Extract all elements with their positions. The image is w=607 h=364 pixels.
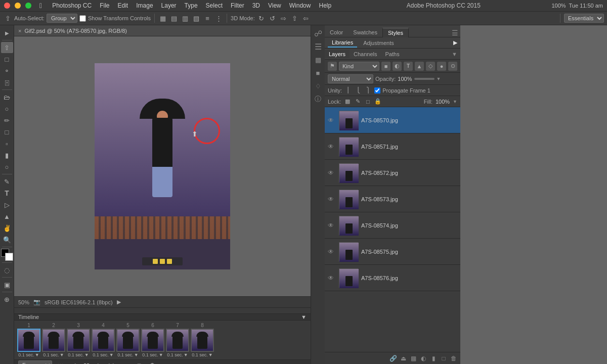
frame-3[interactable]: 3 0.1 sec. ▼ — [67, 323, 90, 357]
align-bottom-icon[interactable]: ▤ — [169, 14, 179, 23]
add-mask-button[interactable]: ▩ — [409, 354, 418, 363]
pen-tool[interactable]: ✎ — [1, 176, 13, 187]
menu-help[interactable]: Help — [315, 1, 335, 10]
menu-layer[interactable]: Layer — [157, 1, 181, 10]
align-right-icon[interactable]: ▧ — [192, 14, 201, 23]
blend-mode-select[interactable]: Normal Multiply Screen — [328, 74, 373, 83]
opacity-slider[interactable] — [414, 78, 435, 80]
tab-close-button[interactable]: × — [18, 28, 21, 34]
filter-kind-select[interactable]: Kind — [339, 62, 379, 71]
menu-filter[interactable]: Filter — [227, 1, 248, 10]
3d-slide-icon[interactable]: ⇧ — [290, 14, 299, 23]
tween-button[interactable]: ⋯ — [121, 360, 131, 364]
frame-delay-3[interactable]: 0.1 sec. ▼ — [68, 352, 89, 357]
layer-eye-2[interactable]: 👁 — [328, 143, 335, 150]
filter-type-icon[interactable]: ⚑ — [328, 62, 337, 71]
frame-2[interactable]: 2 0.1 sec. ▼ — [42, 323, 65, 357]
dodge-tool[interactable]: ○ — [1, 161, 13, 172]
3d-icon[interactable]: ♢ — [312, 80, 324, 92]
shape-filter-icon[interactable]: ▲ — [415, 62, 424, 71]
menu-type[interactable]: Type — [181, 1, 202, 10]
3d-pan-icon[interactable]: ⇨ — [279, 14, 288, 23]
menu-3d[interactable]: 3D — [248, 1, 264, 10]
shape-tool[interactable]: ▲ — [1, 211, 13, 222]
frame-6[interactable]: 6 0.1 sec. ▼ — [141, 323, 164, 357]
frame-delay-2[interactable]: 0.1 sec. ▼ — [43, 352, 64, 357]
timeline-collapse[interactable]: ▼ — [301, 314, 307, 320]
menu-file[interactable]: File — [96, 1, 113, 10]
add-group-button[interactable]: ▮ — [429, 354, 438, 363]
smart-object-filter-icon[interactable]: ⊙ — [448, 62, 457, 71]
3d-rotate-tool[interactable]: ⊕ — [1, 294, 13, 305]
minimize-button[interactable] — [15, 3, 21, 9]
eyedropper-tool[interactable]: 🗁 — [1, 92, 13, 103]
layer-item-2[interactable]: 👁 A7S-08571.jpg — [325, 133, 460, 160]
prev-frame-button[interactable]: ◀ — [68, 360, 78, 364]
layer-item-3[interactable]: 👁 A7S-08572.jpg — [325, 160, 460, 186]
layer-eye-4[interactable]: 👁 — [328, 196, 335, 203]
frame-4[interactable]: 4 0.1 sec. ▼ — [92, 323, 115, 357]
layers-tab[interactable]: Layers — [325, 50, 350, 58]
frame-delay-6[interactable]: 0.1 sec. ▼ — [142, 352, 163, 357]
add-adjustment-button[interactable]: ◐ — [419, 354, 428, 363]
close-button[interactable] — [4, 3, 10, 9]
info-icon[interactable]: ⓘ — [312, 93, 324, 105]
panel-menu-icon[interactable]: ☰ — [452, 29, 460, 37]
lock-all-icon[interactable]: 🔒 — [374, 98, 381, 105]
zoom-tool[interactable]: 🔍 — [1, 234, 13, 245]
frame-delay-8[interactable]: 0.1 sec. ▼ — [192, 352, 212, 357]
menu-image[interactable]: Image — [132, 1, 157, 10]
frame-delay-7[interactable]: 0.1 sec. ▼ — [167, 352, 188, 357]
swatches-icon[interactable]: ■ — [312, 67, 324, 79]
layer-item-6[interactable]: 👁 A7S-08575.jpg — [325, 239, 460, 265]
move-tool[interactable]: ⇧ — [1, 42, 13, 53]
background-color[interactable] — [5, 253, 13, 261]
auto-select-dropdown[interactable]: Group Layer — [47, 14, 77, 23]
layer-eye-5[interactable]: 👁 — [328, 222, 335, 229]
menu-edit[interactable]: Edit — [114, 1, 133, 10]
selection-tool[interactable]: □ — [1, 54, 13, 65]
3d-roll-icon[interactable]: ↺ — [268, 14, 277, 23]
delete-frame-button[interactable]: 🗑 — [147, 360, 157, 364]
clone-tool[interactable]: □ — [1, 126, 13, 138]
menu-view[interactable]: View — [264, 1, 285, 10]
3d-rotate-icon[interactable]: ↻ — [257, 14, 266, 23]
histogram-icon[interactable]: ▩ — [312, 54, 324, 66]
collapse-icon[interactable]: ▶ — [1, 27, 13, 38]
layers-panel-menu-icon[interactable]: ▼ — [452, 51, 460, 57]
delete-layer-button[interactable]: 🗑 — [449, 354, 458, 363]
maximize-button[interactable] — [25, 3, 31, 9]
menu-window[interactable]: Window — [285, 1, 315, 10]
add-style-button[interactable]: ⏏ — [399, 354, 408, 363]
channels-tab[interactable]: Channels — [350, 50, 381, 58]
libraries-tab[interactable]: Libraries — [328, 38, 357, 48]
distribute-h-icon[interactable]: ⋮ — [214, 14, 223, 23]
align-top-icon[interactable]: ▦ — [158, 14, 167, 23]
hand-tool[interactable]: ✌ — [1, 222, 13, 234]
propagate-frame-checkbox[interactable] — [374, 87, 380, 94]
menu-photoshop[interactable]: Photoshop CC — [48, 1, 96, 10]
brush-tool[interactable]: ✏ — [1, 115, 13, 126]
heal-tool[interactable]: ○ — [1, 103, 13, 114]
gradient-tool[interactable]: ▮ — [1, 150, 13, 161]
smart-filter-icon[interactable]: ◇ — [426, 62, 435, 71]
frame-delay-1[interactable]: 0.1 sec. ▼ — [18, 352, 39, 357]
unity-icon-2[interactable]: ⎩ — [354, 86, 362, 95]
layer-eye-3[interactable]: 👁 — [328, 169, 335, 176]
play-icon[interactable]: ▶ — [117, 299, 121, 305]
type-tool[interactable]: T — [1, 188, 13, 199]
color-filter-icon[interactable]: ● — [437, 62, 446, 71]
layer-eye-7[interactable]: 👁 — [328, 275, 335, 282]
lock-pixels-icon[interactable]: ▩ — [344, 98, 351, 105]
align-left-icon[interactable]: ▥ — [181, 14, 190, 23]
frame-8[interactable]: 8 0.1 sec. ▼ — [191, 323, 214, 357]
eraser-tool[interactable]: ▫ — [1, 138, 13, 149]
loop-select[interactable]: Forever Once 3 Times — [18, 360, 52, 364]
layers-icon[interactable]: ☍ — [312, 27, 324, 39]
new-frame-button[interactable]: □ — [134, 360, 144, 364]
go-first-frame-button[interactable]: ⏮ — [55, 360, 65, 364]
screen-mode-tool[interactable]: ▣ — [1, 279, 13, 290]
pixel-filter-icon[interactable]: ■ — [381, 62, 391, 71]
type-filter-icon[interactable]: T — [404, 62, 413, 71]
path-selection-tool[interactable]: ▷ — [1, 199, 13, 210]
